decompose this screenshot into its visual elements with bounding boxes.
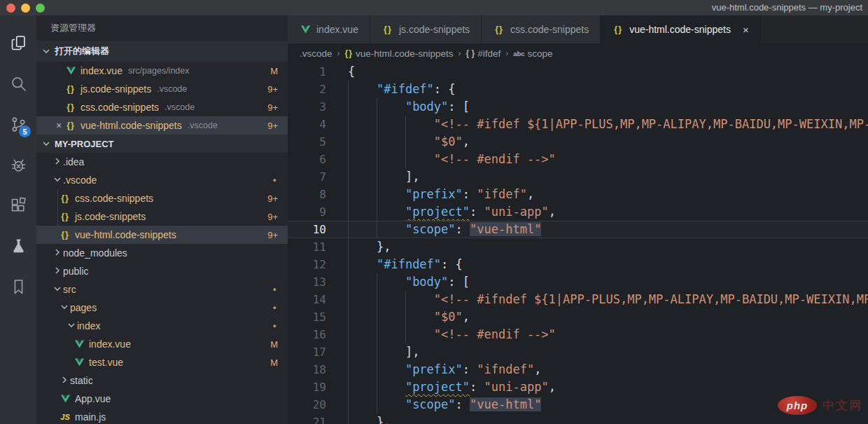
- indent-guide: [377, 221, 377, 238]
- modified-dot: ●: [273, 304, 288, 311]
- code-line[interactable]: 9 "project": "uni-app",: [288, 203, 868, 221]
- code-line[interactable]: 18 "prefix": "ifndef",: [288, 361, 868, 378]
- line-number[interactable]: 17: [288, 343, 326, 361]
- activity-item-search[interactable]: [0, 63, 36, 104]
- indent-guide: [348, 168, 349, 186]
- tree-item[interactable]: .idea: [36, 153, 288, 171]
- code-line[interactable]: 10 "scope": "vue-html": [288, 221, 868, 238]
- activity-item-source-control[interactable]: 5: [0, 104, 36, 144]
- tree-item[interactable]: static: [36, 371, 288, 390]
- editor-code[interactable]: 1{2 "#ifdef": {3 "body": [4 "<!-- #ifdef…: [288, 63, 868, 424]
- open-editor-item[interactable]: {}css.code-snippets.vscode9+: [36, 98, 288, 116]
- line-number[interactable]: 14: [288, 291, 326, 308]
- code-line[interactable]: 6 "<!-- #endif -->": [288, 151, 868, 168]
- line-number[interactable]: 18: [288, 361, 326, 378]
- indent-guide: [348, 186, 349, 203]
- activity-item-bookmarks[interactable]: [0, 266, 36, 307]
- close-editor-icon[interactable]: ×: [53, 120, 64, 131]
- tree-item[interactable]: src●: [36, 280, 288, 299]
- tree-item[interactable]: index●: [36, 317, 288, 335]
- code-line[interactable]: 1{: [288, 63, 868, 81]
- code-line[interactable]: 8 "prefix": "ifdef",: [288, 186, 868, 203]
- line-number[interactable]: 19: [288, 378, 326, 396]
- file-path: .vscode: [157, 84, 187, 94]
- code-line[interactable]: 16 "<!-- #endif -->": [288, 326, 868, 343]
- line-number[interactable]: 2: [288, 81, 326, 98]
- tree-item[interactable]: node_modules: [36, 244, 288, 262]
- line-number[interactable]: 12: [288, 256, 326, 273]
- line-number[interactable]: 1: [288, 63, 326, 81]
- line-number[interactable]: 16: [288, 326, 326, 343]
- line-number[interactable]: 20: [288, 396, 326, 413]
- activity-item-explorer[interactable]: [0, 22, 36, 63]
- code-line[interactable]: 7 ],: [288, 168, 868, 186]
- code-line[interactable]: 12 "#ifndef": {: [288, 256, 868, 273]
- json-braces-icon: {}: [59, 230, 71, 240]
- minimize-window-button[interactable]: [21, 4, 30, 13]
- explorer-sidebar: 资源管理器 打开的编辑器 index.vuesrc/pages/indexM{}…: [36, 15, 288, 424]
- line-number[interactable]: 5: [288, 133, 326, 151]
- chevron-right-icon: [52, 247, 63, 260]
- tree-item[interactable]: .vscode●: [36, 171, 288, 189]
- open-editor-item[interactable]: index.vuesrc/pages/indexM: [36, 62, 288, 80]
- editor-tabs: index.vue{}js.code-snippets{}css.code-sn…: [288, 15, 868, 43]
- breadcrumb-item[interactable]: { }#ifdef: [465, 48, 500, 59]
- modified-badge: 9+: [267, 121, 288, 131]
- tree-item[interactable]: {}css.code-snippets9+: [36, 189, 288, 207]
- code-line[interactable]: 11 },: [288, 238, 868, 256]
- breadcrumb-item[interactable]: abcscope: [513, 48, 552, 59]
- activity-item-debug[interactable]: [0, 144, 36, 185]
- modified-dot: ●: [273, 322, 288, 329]
- line-number[interactable]: 4: [288, 116, 326, 133]
- tree-item[interactable]: public: [36, 262, 288, 280]
- code-line[interactable]: 13 "body": [: [288, 273, 868, 291]
- line-number[interactable]: 11: [288, 238, 326, 256]
- code-line[interactable]: 21 },: [288, 413, 868, 424]
- tree-item[interactable]: test.vueM: [36, 353, 288, 371]
- code-line[interactable]: 2 "#ifdef": {: [288, 81, 868, 98]
- code-line[interactable]: 15 "$0",: [288, 308, 868, 326]
- breadcrumb-separator: ›: [337, 48, 340, 58]
- breadcrumb-item[interactable]: .vscode: [300, 48, 332, 59]
- close-window-button[interactable]: [6, 4, 15, 13]
- tab-index.vue[interactable]: index.vue: [288, 15, 370, 43]
- code-text: "$0",: [348, 308, 470, 326]
- line-number[interactable]: 21: [288, 413, 326, 424]
- tree-item[interactable]: {}js.code-snippets9+: [36, 207, 288, 226]
- tree-item[interactable]: index.vueM: [36, 335, 288, 353]
- activity-item-testing[interactable]: [0, 226, 36, 266]
- code-line[interactable]: 4 "<!-- #ifdef ${1|APP-PLUS,MP,MP-ALIPAY…: [288, 116, 868, 133]
- activity-item-extensions[interactable]: [0, 185, 36, 226]
- tree-item[interactable]: JSmain.js: [36, 408, 288, 424]
- indent-guide: [377, 273, 377, 291]
- line-number[interactable]: 13: [288, 273, 326, 291]
- tree-item[interactable]: App.vue: [36, 390, 288, 408]
- breadcrumb-item[interactable]: {}vue-html.code-snippets: [345, 48, 454, 59]
- tree-item[interactable]: pages●: [36, 299, 288, 317]
- code-token: "uni-app": [484, 380, 549, 394]
- line-number[interactable]: 3: [288, 98, 326, 116]
- zoom-window-button[interactable]: [36, 4, 45, 13]
- line-number[interactable]: 8: [288, 186, 326, 203]
- open-editors-list: index.vuesrc/pages/indexM{}js.code-snipp…: [36, 62, 288, 135]
- code-line[interactable]: 19 "project": "uni-app",: [288, 378, 868, 396]
- open-editor-item[interactable]: {}js.code-snippets.vscode9+: [36, 80, 288, 98]
- line-number[interactable]: 6: [288, 151, 326, 168]
- tree-item[interactable]: {}vue-html.code-snippets9+: [36, 226, 288, 244]
- code-line[interactable]: 5 "$0",: [288, 133, 868, 151]
- tab-close-icon[interactable]: ×: [743, 24, 749, 36]
- tab-css.code-snippets[interactable]: {}css.code-snippets: [482, 15, 601, 43]
- open-editor-item[interactable]: ×{}vue-html.code-snippets.vscode9+: [36, 116, 288, 135]
- line-number[interactable]: 10: [288, 221, 326, 238]
- open-editors-section-header[interactable]: 打开的编辑器: [36, 41, 288, 62]
- project-section-header[interactable]: MY-PROJECT: [36, 135, 288, 153]
- code-line[interactable]: 14 "<!-- #ifndef ${1|APP-PLUS,MP,MP-ALIP…: [288, 291, 868, 308]
- chevron-down-icon: [52, 174, 63, 187]
- line-number[interactable]: 15: [288, 308, 326, 326]
- code-line[interactable]: 17 ],: [288, 343, 868, 361]
- line-number[interactable]: 9: [288, 203, 326, 221]
- tab-js.code-snippets[interactable]: {}js.code-snippets: [370, 15, 482, 43]
- tab-vue-html.code-snippets[interactable]: {}vue-html.code-snippets×: [601, 15, 761, 43]
- code-line[interactable]: 3 "body": [: [288, 98, 868, 116]
- line-number[interactable]: 7: [288, 168, 326, 186]
